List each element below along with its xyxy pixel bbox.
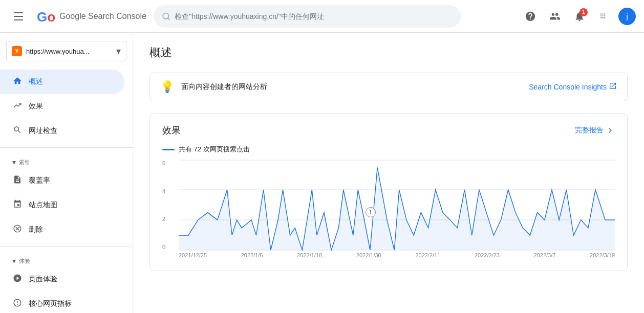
page-title: 概述 [149, 45, 628, 60]
x-label-5: 2022/2/23 [475, 252, 500, 262]
help-button[interactable] [520, 6, 541, 27]
topbar: Google Google Search Console 1 j [0, 0, 644, 33]
topbar-right: 1 j [520, 6, 636, 27]
x-label-0: 2021/12/25 [179, 252, 207, 262]
sidebar-coverage-label: 覆盖率 [29, 176, 50, 185]
x-label-3: 2022/1/30 [356, 252, 381, 262]
chevron-right-icon [606, 126, 615, 135]
chart-container: 0 2 4 6 [162, 160, 615, 262]
nav-divider-1 [0, 147, 133, 148]
sidebar-sitemap-label: 站点地图 [29, 200, 57, 210]
search-nav-icon [12, 125, 23, 137]
insight-text: 面向内容创建者的网站分析 [181, 82, 529, 92]
nav-divider-2 [0, 246, 133, 247]
chart-legend: 共有 72 次网页搜索点击 [162, 145, 615, 154]
sidebar-item-core-web-vitals[interactable]: 核心网页指标 [0, 292, 124, 313]
chart-svg-area: 1 [179, 160, 615, 250]
sidebar-item-performance[interactable]: 效果 [0, 94, 124, 119]
bulb-icon: 💡 [160, 80, 174, 94]
insight-link[interactable]: Search Console Insights [529, 82, 617, 92]
insight-banner: 💡 面向内容创建者的网站分析 Search Console Insights [149, 73, 628, 101]
section-label-experience: ▾ 体验 [0, 251, 133, 267]
home-icon [12, 76, 23, 88]
y-label-0: 0 [162, 244, 177, 250]
line-chart-svg [179, 160, 615, 250]
svg-line-2 [168, 18, 169, 19]
sidebar: Y https://www.youhua... ▾ 概述 效果 网址检查 [0, 33, 133, 313]
logo-area: Google Google Search Console [35, 6, 147, 27]
hamburger-icon [14, 12, 23, 20]
search-icon [162, 12, 170, 21]
sitemap-icon [12, 199, 23, 211]
search-input[interactable] [175, 12, 453, 20]
site-chevron-icon: ▾ [116, 46, 121, 57]
apps-icon [598, 11, 610, 22]
legend-line-icon [162, 149, 175, 150]
x-label-6: 2022/3/7 [534, 252, 556, 262]
sidebar-page-experience-label: 页面体验 [29, 275, 57, 284]
site-url-label: https://www.youhua... [26, 48, 112, 55]
site-selector[interactable]: Y https://www.youhua... ▾ [6, 41, 126, 61]
site-favicon: Y [12, 46, 22, 56]
x-label-2: 2022/1/18 [297, 252, 322, 262]
x-label-4: 2022/2/11 [415, 252, 440, 262]
full-report-label: 完整报告 [575, 126, 604, 135]
x-label-1: 2022/1/6 [241, 252, 263, 262]
trend-icon [12, 101, 23, 113]
sidebar-removals-label: 删除 [29, 225, 43, 234]
y-label-4: 4 [162, 188, 177, 194]
accounts-icon [549, 11, 561, 22]
y-label-6: 6 [162, 160, 177, 166]
svg-text:Google: Google [37, 9, 55, 25]
sidebar-url-inspection-label: 网址检查 [29, 126, 57, 136]
layout: Y https://www.youhua... ▾ 概述 效果 网址检查 [0, 33, 644, 313]
section-experience-text: 体验 [19, 257, 30, 265]
avatar[interactable]: j [618, 8, 636, 25]
app-title: Google Search Console [59, 12, 146, 21]
chevron-experience-icon: ▾ [12, 257, 16, 265]
y-label-2: 2 [162, 216, 177, 222]
removals-icon [12, 224, 23, 236]
sidebar-overview-label: 概述 [29, 77, 43, 86]
insight-link-label: Search Console Insights [529, 83, 607, 91]
x-label-7: 2022/3/19 [590, 252, 615, 262]
sidebar-item-page-experience[interactable]: 页面体验 [0, 267, 124, 292]
chart-y-axis: 0 2 4 6 [162, 160, 177, 250]
sidebar-item-overview[interactable]: 概述 [0, 70, 124, 94]
chart-legend-label: 共有 72 次网页搜索点击 [179, 145, 250, 154]
chevron-index-icon: ▾ [12, 158, 16, 166]
menu-button[interactable] [8, 6, 29, 27]
apps-button[interactable] [594, 6, 614, 27]
notifications-button[interactable]: 1 [569, 6, 590, 27]
section-label-index: ▾ 索引 [0, 152, 133, 168]
chart-header: 效果 完整报告 [162, 124, 615, 137]
chart-x-axis: 2021/12/25 2022/1/6 2022/1/18 2022/1/30 … [179, 252, 615, 262]
chart-tooltip: 1 [366, 207, 376, 217]
help-icon [525, 11, 536, 22]
full-report-link[interactable]: 完整报告 [575, 126, 615, 135]
sidebar-item-sitemap[interactable]: 站点地图 [0, 193, 124, 217]
accounts-button[interactable] [545, 6, 565, 27]
notification-badge: 1 [579, 8, 588, 16]
core-web-vitals-icon [12, 298, 23, 310]
sidebar-performance-label: 效果 [29, 102, 43, 111]
chart-card: 效果 完整报告 共有 72 次网页搜索点击 0 2 4 6 [149, 114, 628, 271]
coverage-icon [12, 175, 23, 187]
search-bar[interactable] [154, 5, 461, 28]
main-content: 概述 💡 面向内容创建者的网站分析 Search Console Insight… [133, 33, 644, 313]
google-logo-icon: Google [35, 6, 55, 27]
sidebar-item-url-inspection[interactable]: 网址检查 [0, 119, 124, 143]
external-link-icon [609, 82, 617, 92]
sidebar-item-removals[interactable]: 删除 [0, 217, 124, 242]
sidebar-item-coverage[interactable]: 覆盖率 [0, 168, 124, 193]
sidebar-core-web-vitals-label: 核心网页指标 [29, 299, 72, 308]
section-index-text: 索引 [19, 159, 30, 166]
page-experience-icon [12, 274, 23, 285]
chart-title: 效果 [162, 124, 181, 137]
